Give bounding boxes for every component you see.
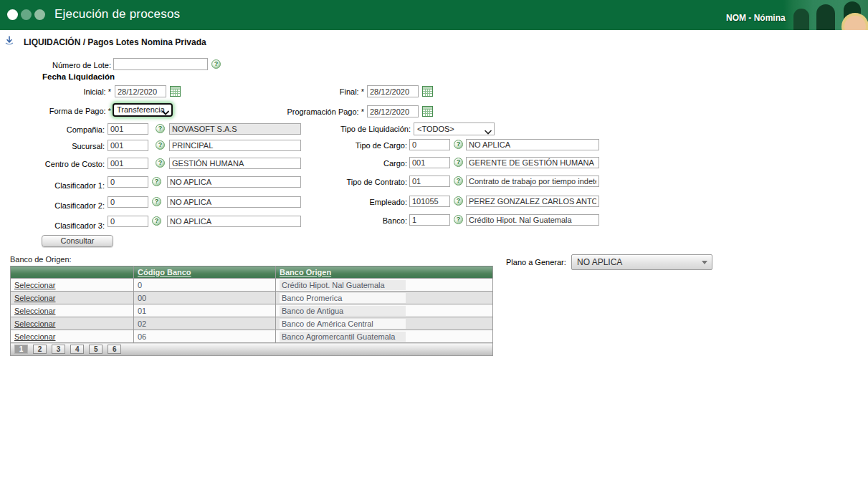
codigo-cell: 01: [134, 304, 276, 317]
sucursal-name-field[interactable]: [169, 140, 301, 151]
banco-cell: Banco Agromercantil Guatemala: [276, 330, 493, 343]
photo-silhouette: [816, 4, 835, 30]
chevron-down-icon: [485, 126, 492, 138]
header-cell-empty: [11, 266, 134, 279]
table-row: Seleccionar 00 Banco Promerica: [11, 292, 493, 304]
numero-lote-input[interactable]: [113, 58, 208, 70]
consultar-button[interactable]: Consultar: [42, 235, 113, 247]
tipo-cargo-code-input[interactable]: [409, 139, 450, 150]
final-label: Final: *: [229, 87, 364, 96]
table-row: Seleccionar 01 Banco de Antigua: [11, 304, 493, 317]
forma-pago-select[interactable]: Transferencia: [113, 103, 173, 117]
help-icon[interactable]: [454, 215, 463, 224]
tipo-liquidacion-value: <TODOS>: [417, 125, 454, 133]
page-button-4[interactable]: 4: [70, 345, 84, 354]
inicial-date-input[interactable]: [115, 85, 166, 97]
seleccionar-link[interactable]: Seleccionar: [14, 294, 55, 302]
sucursal-code-input[interactable]: [108, 140, 148, 151]
page: Ejecución de procesos NOM - Nómina LIQUI…: [0, 0, 868, 495]
page-button-6[interactable]: 6: [108, 345, 121, 354]
page-button-5[interactable]: 5: [89, 345, 102, 354]
clasificador1-code-input[interactable]: [108, 176, 148, 188]
compania-name-field: [169, 123, 301, 135]
page-button-1[interactable]: 1: [14, 345, 28, 354]
calendar-icon[interactable]: [170, 86, 181, 97]
codigo-cell: 06: [134, 330, 276, 343]
help-icon[interactable]: [156, 124, 165, 133]
page-button-3[interactable]: 3: [52, 345, 65, 354]
tipo-liquidacion-label: Tipo de Liquidación:: [301, 125, 411, 133]
centro-costo-code-input[interactable]: [108, 158, 148, 169]
help-icon[interactable]: [454, 176, 463, 186]
table-row: Seleccionar 02 Banco de América Central: [11, 317, 493, 330]
help-icon[interactable]: [152, 197, 161, 206]
module-name: NOM - Nómina: [726, 13, 786, 23]
table-row: Seleccionar 06 Banco Agromercantil Guate…: [11, 330, 493, 343]
chevron-down-icon: [162, 107, 169, 118]
help-icon[interactable]: [454, 158, 463, 167]
table-row: Seleccionar 0 Crédito Hipot. Nal Guatema…: [11, 279, 493, 292]
clasificador2-name-field[interactable]: [167, 196, 301, 208]
plano-generar-combobox[interactable]: NO APLICA: [571, 254, 712, 270]
table-header-row: Código Banco Banco Origen: [11, 266, 493, 279]
seleccionar-link[interactable]: Seleccionar: [14, 332, 55, 341]
banco-code-input[interactable]: [409, 214, 450, 226]
process-arrow-icon[interactable]: [4, 35, 14, 49]
cargo-code-input[interactable]: [409, 157, 450, 168]
centro-costo-label: Centro de Costo:: [0, 160, 105, 168]
help-icon[interactable]: [454, 196, 463, 206]
help-icon[interactable]: [156, 158, 165, 168]
tipo-liquidacion-select[interactable]: <TODOS>: [414, 122, 495, 135]
banco-label: Banco:: [301, 216, 407, 225]
header-photo: [783, 0, 868, 30]
clasificador1-label: Clasificador 1:: [0, 181, 105, 190]
cargo-label: Cargo:: [301, 159, 407, 168]
help-icon[interactable]: [211, 59, 221, 69]
clasificador3-name-field[interactable]: [167, 216, 301, 227]
window-dot-icon: [7, 9, 18, 20]
seleccionar-link[interactable]: Seleccionar: [14, 319, 55, 328]
page-title: LIQUIDACIÓN / Pagos Lotes Nomina Privada: [24, 37, 206, 47]
pager-row: 1 2 3 4 5 6: [11, 343, 493, 356]
tipo-contrato-label: Tipo de Contrato:: [301, 178, 407, 186]
clasificador3-label: Clasificador 3:: [0, 221, 105, 230]
help-icon[interactable]: [152, 177, 161, 186]
banco-name-field[interactable]: [466, 214, 599, 226]
window-dot-icon: [21, 9, 32, 20]
banco-cell: Banco de América Central: [276, 317, 493, 330]
compania-code-input[interactable]: [108, 123, 148, 135]
page-button-2[interactable]: 2: [33, 345, 47, 354]
banco-cell: Banco Promerica: [276, 292, 493, 304]
help-icon[interactable]: [156, 140, 165, 150]
final-date-input[interactable]: [367, 85, 419, 97]
plano-generar-label: Plano a Generar:: [506, 258, 566, 266]
clasificador2-code-input[interactable]: [108, 196, 148, 208]
help-icon[interactable]: [152, 216, 161, 226]
inicial-label: Inicial: *: [0, 87, 111, 96]
help-icon[interactable]: [454, 140, 463, 149]
dropdown-arrow-icon: [702, 261, 707, 264]
empleado-code-input[interactable]: [409, 196, 450, 207]
programacion-pago-input[interactable]: [367, 105, 419, 117]
sucursal-label: Sucursal:: [0, 142, 105, 150]
seleccionar-link[interactable]: Seleccionar: [14, 281, 55, 289]
tipo-cargo-name-field[interactable]: [466, 139, 599, 150]
calendar-icon[interactable]: [422, 86, 433, 97]
header-cell-codigo[interactable]: Código Banco: [134, 266, 276, 279]
calendar-icon[interactable]: [422, 106, 433, 117]
tipo-contrato-name-field[interactable]: [466, 176, 599, 187]
cargo-name-field[interactable]: [466, 157, 599, 168]
plano-generar-value: NO APLICA: [577, 257, 622, 267]
banco-origen-table: Código Banco Banco Origen Seleccionar 0 …: [10, 266, 493, 356]
empleado-name-field[interactable]: [466, 196, 599, 207]
seleccionar-link[interactable]: Seleccionar: [14, 307, 55, 315]
photo-face: [844, 16, 866, 30]
photo-silhouette: [793, 9, 809, 30]
codigo-cell: 02: [134, 317, 276, 330]
tipo-contrato-code-input[interactable]: [409, 176, 450, 187]
header-cell-banco[interactable]: Banco Origen: [276, 266, 493, 279]
centro-costo-name-field[interactable]: [169, 158, 301, 169]
clasificador3-code-input[interactable]: [108, 216, 148, 227]
app-title: Ejecución de procesos: [54, 7, 180, 21]
clasificador1-name-field[interactable]: [167, 176, 301, 188]
